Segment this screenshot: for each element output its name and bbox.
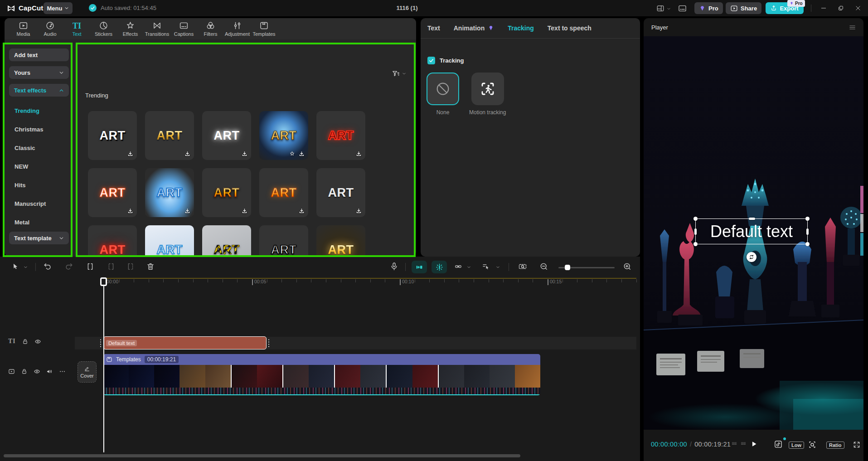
download-icon[interactable] [355,150,362,157]
select-tool-icon[interactable] [11,262,19,271]
tracking-option-tile[interactable] [427,73,459,105]
text-effect-tile[interactable]: ART [202,225,251,257]
sidebar-item[interactable]: Trending [5,102,73,120]
resize-handle-w[interactable] [694,228,697,235]
text-effect-tile[interactable]: ART [316,168,365,217]
zoom-out-icon[interactable] [539,262,548,271]
sidebar-item[interactable]: NEW [5,157,73,176]
player-menu-icon[interactable] [849,24,856,31]
playhead-handle[interactable] [100,277,107,286]
auto-cut-button[interactable] [432,261,447,273]
download-icon[interactable] [184,150,191,157]
star-icon[interactable] [289,150,296,157]
close-button[interactable] [855,5,861,11]
tiktok-icon[interactable] [774,440,783,449]
download-icon[interactable] [241,208,248,214]
tracking-option[interactable]: Motion tracking [469,73,506,116]
download-icon[interactable] [127,150,134,157]
zoom-in-icon[interactable] [623,262,632,271]
minimize-button[interactable] [820,5,827,11]
sidebar-item[interactable]: Classic [5,139,73,157]
resize-handle-sw[interactable] [693,242,698,246]
pro-button[interactable]: Pro [694,2,723,14]
text-effect-tile[interactable]: ART [145,225,194,257]
video-clip[interactable]: Templates 00:00:19:21 [103,354,540,395]
media-toolbar-tab[interactable]: TI Text [63,21,90,37]
fullscreen-icon[interactable] [853,441,861,449]
menu-button[interactable]: Menu [44,2,73,14]
text-effect-tile[interactable]: ART [259,225,308,257]
layout-icon[interactable] [655,5,665,12]
select-tool-chevron-icon[interactable] [24,265,28,269]
sidebar-item[interactable]: Manuscript [5,194,73,213]
tracking-checkbox[interactable] [427,57,435,64]
lock-icon[interactable] [22,338,29,345]
download-icon[interactable] [127,208,134,214]
tracking-option[interactable]: None [427,73,459,116]
media-toolbar-tab[interactable]: Stickers [90,21,117,37]
playhead-line[interactable] [103,277,104,452]
track-levels-icon[interactable] [731,441,738,447]
delete-left-icon[interactable] [107,262,116,271]
text-effect-tile[interactable]: ART [202,111,251,160]
text-effect-tile[interactable]: ART [145,168,194,217]
timeline-ruler[interactable]: 00:0000:0500:1000:15 [0,277,640,287]
record-voiceover-icon[interactable] [389,262,399,271]
resize-handle-nw[interactable] [693,217,698,221]
text-effect-tile[interactable]: ART [259,168,308,217]
trim-handle-right[interactable] [268,339,270,347]
auto-snap-button[interactable] [412,261,427,273]
sidebar-item[interactable]: Text template [9,232,69,244]
media-toolbar-tab[interactable]: Transitions [144,21,170,37]
properties-tab[interactable]: Text [427,24,440,32]
media-toolbar-tab[interactable]: Templates [251,21,277,37]
properties-tab[interactable]: Text to speech [548,24,592,32]
link-icon[interactable] [453,263,463,270]
text-clip[interactable]: Default text [103,336,267,349]
eye-icon[interactable] [34,368,40,375]
timeline-scrollbar[interactable] [4,454,520,457]
sidebar-item[interactable]: Metal [5,213,73,232]
rotate-handle[interactable] [747,252,756,262]
trim-handle-left[interactable] [100,339,102,347]
player-overlay-text[interactable]: Default text [696,219,807,244]
share-button[interactable]: Share [726,2,761,14]
text-effect-tile[interactable]: ART [88,111,137,160]
media-toolbar-tab[interactable]: Filters [197,21,224,37]
preview-cursor-icon[interactable] [481,262,490,271]
text-effect-tile[interactable]: ART [88,168,137,217]
media-toolbar-tab[interactable]: Adjustment [224,21,251,37]
link-chevron-icon[interactable] [467,265,471,269]
sidebar-item[interactable]: Add text [9,49,69,61]
eye-icon[interactable] [34,338,41,345]
text-selection-box[interactable]: Default text [695,218,808,244]
preview-cursor-chevron-icon[interactable] [496,265,500,269]
download-icon[interactable] [298,150,305,157]
redo-icon[interactable] [64,262,73,271]
sidebar-item[interactable]: Hits [5,176,73,194]
maximize-button[interactable] [838,5,844,11]
media-toolbar-tab[interactable]: Captions [170,21,197,37]
more-options-icon[interactable] [59,368,66,375]
resize-handle-ne[interactable] [805,217,810,221]
download-icon[interactable] [184,208,191,214]
text-effect-tile[interactable]: ART [145,111,194,160]
preview-axis-icon[interactable] [518,262,528,271]
text-effect-tile[interactable]: ART [88,225,137,257]
resize-handle-n[interactable] [749,218,755,220]
undo-icon[interactable] [43,262,52,271]
quality-button[interactable]: Low [789,442,804,449]
media-toolbar-tab[interactable]: Media [10,21,37,37]
sidebar-item[interactable]: Text effects [9,84,69,97]
sidebar-item[interactable]: Yours [9,66,69,79]
timeline-zoom-slider[interactable] [558,267,615,268]
text-effect-tile[interactable]: ART [316,225,365,257]
text-effect-tile[interactable]: ART [316,111,365,160]
track-levels-icon-2[interactable] [740,441,747,447]
properties-tab[interactable]: Animation [454,24,494,32]
play-button[interactable] [750,440,758,448]
media-toolbar-tab[interactable]: Audio [37,21,63,37]
filter-control[interactable] [392,69,406,78]
resize-handle-se[interactable] [805,242,810,246]
properties-tab[interactable]: Tracking [508,24,534,32]
